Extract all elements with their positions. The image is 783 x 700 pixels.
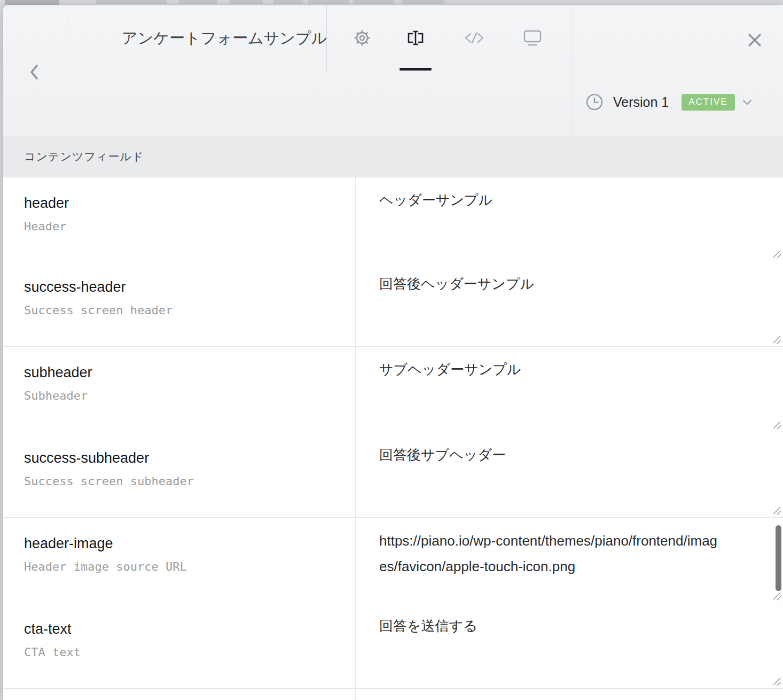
field-value-textarea[interactable]: https://piano.io/wp-content/themes/piano… xyxy=(379,528,724,579)
background-page-strip xyxy=(0,0,783,5)
chevron-left-icon xyxy=(29,64,39,81)
close-icon xyxy=(747,33,762,48)
content-field-row: success-header Success screen header 回答後… xyxy=(3,261,783,347)
resize-handle-icon[interactable] xyxy=(772,335,781,344)
field-info-cell: cta-text CTA text xyxy=(3,603,356,688)
divider xyxy=(326,5,327,71)
content-field-row: subheader Subheader サブヘッダーサンプル xyxy=(3,347,783,432)
content-fields-list: header Header ヘッダーサンプル xyxy=(3,177,783,700)
chevron-down-icon xyxy=(742,99,753,105)
monitor-icon xyxy=(522,29,543,47)
version-selector[interactable]: Version 1 ACTIVE xyxy=(585,92,753,112)
tab-content-fields[interactable] xyxy=(404,26,427,50)
background-nav-fragment xyxy=(96,0,167,4)
section-header-label: コンテンツフィールド xyxy=(24,149,144,164)
scrollbar-thumb[interactable] xyxy=(776,525,781,591)
version-label: Version 1 xyxy=(613,95,669,110)
version-status-badge: ACTIVE xyxy=(682,94,734,111)
resize-handle-icon[interactable] xyxy=(772,591,781,601)
content-field-row: success-subheader Success screen subhead… xyxy=(3,432,783,518)
field-description: Header image source URL xyxy=(24,560,355,573)
field-description: Subheader xyxy=(24,389,355,402)
field-value-cell: サブヘッダーサンプル xyxy=(356,347,783,432)
content-field-row: cta-text CTA text 回答を送信する xyxy=(3,603,783,689)
field-value-cell: ヘッダーサンプル xyxy=(356,177,783,261)
field-info-cell: success-subheader Success screen subhead… xyxy=(3,432,356,517)
modal-header: アンケートフォームサンプル xyxy=(3,5,783,136)
tab-settings[interactable] xyxy=(350,26,374,50)
text-field-icon xyxy=(406,29,425,47)
field-name: success-header xyxy=(24,279,355,295)
gear-icon xyxy=(351,27,373,49)
field-value-cell: 回答後サブヘッダー xyxy=(356,432,783,517)
field-name: success-subheader xyxy=(24,450,355,466)
field-description: Success screen header xyxy=(24,304,355,317)
background-nav-fragment xyxy=(230,0,263,4)
background-nav-fragment xyxy=(354,0,394,4)
back-button[interactable] xyxy=(22,60,46,84)
resize-handle-icon[interactable] xyxy=(772,676,781,686)
section-header-bar: コンテンツフィールド xyxy=(3,136,783,177)
field-value-cell: 回答を送信する xyxy=(356,603,783,688)
field-info-cell: subheader Subheader xyxy=(3,347,356,432)
field-value-textarea[interactable]: ヘッダーサンプル xyxy=(379,189,710,211)
field-value-textarea[interactable]: 回答を送信する xyxy=(379,615,710,636)
resize-handle-icon[interactable] xyxy=(772,420,781,430)
divider xyxy=(573,5,573,136)
field-name: cta-text xyxy=(24,621,355,637)
content-field-row: header Header ヘッダーサンプル xyxy=(3,177,783,261)
template-editor-modal: アンケートフォームサンプル xyxy=(3,5,783,700)
background-logo xyxy=(5,0,59,5)
clock-icon xyxy=(585,93,604,111)
resize-handle-icon[interactable] xyxy=(772,505,781,515)
field-description: CTA text xyxy=(24,645,355,659)
field-description: Success screen subheader xyxy=(24,475,355,488)
background-nav-fragment xyxy=(402,0,444,4)
field-name: header-image xyxy=(24,535,355,552)
background-nav-fragment xyxy=(273,0,303,4)
code-icon xyxy=(464,30,485,46)
field-value-textarea[interactable]: 回答後ヘッダーサンプル xyxy=(379,273,710,294)
field-name: header xyxy=(24,195,355,212)
close-button[interactable] xyxy=(742,28,767,52)
field-value-cell: 回答後ヘッダーサンプル xyxy=(356,261,783,346)
background-nav-fragment xyxy=(179,0,217,4)
background-nav-fragment xyxy=(308,0,349,4)
field-info-cell: header Header xyxy=(3,177,356,261)
active-tab-indicator xyxy=(400,68,432,71)
field-info-cell: success-header Success screen header xyxy=(3,261,356,346)
field-value-textarea[interactable]: サブヘッダーサンプル xyxy=(379,359,710,380)
template-title: アンケートフォームサンプル xyxy=(122,28,326,49)
content-field-row: header-image Header image source URL htt… xyxy=(3,518,783,603)
field-value-cell: https://piano.io/wp-content/themes/piano… xyxy=(356,518,783,603)
field-name: subheader xyxy=(24,364,355,381)
field-info-cell xyxy=(3,689,356,700)
field-description: Header xyxy=(24,220,355,233)
resize-handle-icon[interactable] xyxy=(772,249,781,259)
content-field-row-partial xyxy=(3,689,783,700)
tab-code[interactable] xyxy=(463,26,486,50)
field-value-textarea[interactable]: 回答後サブヘッダー xyxy=(379,444,710,465)
tab-preview[interactable] xyxy=(521,26,544,50)
field-info-cell: header-image Header image source URL xyxy=(3,518,356,603)
template-title-tab[interactable]: アンケートフォームサンプル xyxy=(67,5,326,71)
